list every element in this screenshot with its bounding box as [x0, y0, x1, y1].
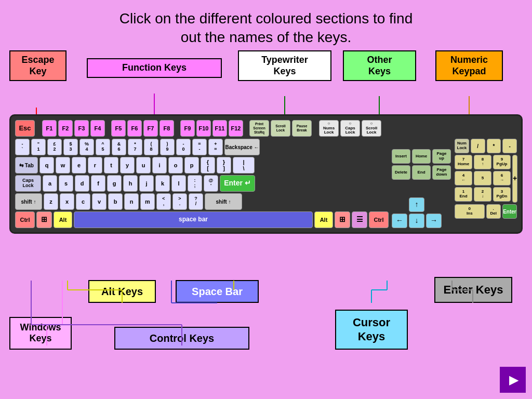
key-num-multiply[interactable]: *: [487, 139, 501, 153]
key-num-5[interactable]: 5: [474, 171, 491, 185]
key-m[interactable]: m: [140, 193, 155, 210]
key-num-2[interactable]: 2↓: [474, 187, 491, 202]
key-num-8[interactable]: 8↑: [474, 155, 491, 169]
key-num-plus[interactable]: +: [512, 155, 517, 203]
key-6[interactable]: &6: [112, 139, 126, 155]
key-period[interactable]: >.: [172, 193, 187, 210]
label-numeric[interactable]: NumericKeypad: [435, 50, 503, 81]
key-minus[interactable]: =-: [192, 139, 207, 155]
key-e[interactable]: e: [72, 157, 86, 174]
key-z[interactable]: z: [44, 193, 58, 210]
key-a[interactable]: a: [43, 175, 57, 192]
key-equals[interactable]: +=: [208, 139, 223, 155]
key-7[interactable]: *7: [128, 139, 142, 155]
key-tab[interactable]: ⇆ Tab: [15, 157, 38, 174]
label-typewriter[interactable]: TypewriterKeys: [238, 50, 331, 81]
key-f4[interactable]: F4: [90, 120, 105, 137]
key-up[interactable]: ↑: [409, 197, 424, 212]
key-ctrl-left[interactable]: Ctrl: [15, 211, 35, 228]
key-num-decimal[interactable]: .Del: [486, 204, 501, 219]
key-page-up[interactable]: Pageup: [432, 149, 451, 164]
label-function[interactable]: Function Keys: [87, 58, 222, 78]
key-f9[interactable]: F9: [180, 120, 195, 137]
key-num-lock[interactable]: NumLock: [455, 139, 469, 153]
label-cursor[interactable]: CursorKeys: [335, 310, 408, 350]
key-num-enter[interactable]: Enter: [502, 204, 517, 219]
key-r[interactable]: r: [88, 157, 102, 174]
key-rbracket[interactable]: }]: [217, 157, 231, 174]
key-j[interactable]: j: [139, 175, 154, 192]
key-num-6[interactable]: 6→: [493, 171, 511, 185]
key-f[interactable]: f: [91, 175, 105, 192]
key-f11[interactable]: F11: [212, 120, 227, 137]
key-num-7[interactable]: 7Home: [455, 155, 472, 169]
key-win-right[interactable]: ⊞: [335, 211, 350, 228]
key-quote[interactable]: @': [204, 175, 218, 192]
key-i[interactable]: i: [152, 157, 167, 174]
key-slash[interactable]: ?/: [189, 193, 203, 210]
key-num-1[interactable]: 1End: [455, 187, 472, 202]
key-u[interactable]: u: [136, 157, 151, 174]
key-backslash[interactable]: |\: [233, 157, 255, 174]
key-alt-right[interactable]: Alt: [314, 211, 333, 228]
key-n[interactable]: n: [124, 193, 139, 210]
label-alt[interactable]: Alt Keys: [88, 280, 156, 303]
key-num-3[interactable]: 3PgDn: [493, 187, 511, 202]
key-f12[interactable]: F12: [229, 120, 243, 137]
key-x[interactable]: x: [60, 193, 74, 210]
key-5[interactable]: ^5: [96, 139, 110, 155]
key-esc[interactable]: Esc: [15, 120, 35, 137]
key-num-slash[interactable]: /: [471, 139, 485, 153]
key-num-0[interactable]: 0Ins: [455, 204, 485, 219]
key-left[interactable]: ←: [392, 214, 407, 228]
key-f2[interactable]: F2: [58, 120, 73, 137]
key-win-left[interactable]: ⊞: [36, 211, 52, 228]
label-spacebar[interactable]: Space Bar: [176, 280, 259, 303]
key-9[interactable]: )9: [160, 139, 175, 155]
key-8[interactable]: (8: [144, 139, 158, 155]
label-other[interactable]: OtherKeys: [343, 50, 416, 81]
key-down[interactable]: ↓: [409, 214, 424, 228]
key-1[interactable]: "1: [31, 139, 46, 155]
key-home[interactable]: Home: [412, 149, 431, 164]
key-g[interactable]: g: [107, 175, 122, 192]
key-backtick[interactable]: -`: [15, 139, 30, 155]
key-delete[interactable]: Delete: [392, 165, 410, 180]
key-f8[interactable]: F8: [159, 120, 174, 137]
key-shift-right[interactable]: shift ↑: [205, 193, 242, 210]
key-f6[interactable]: F6: [127, 120, 142, 137]
key-caps-lock-indicator[interactable]: ○CapsLock: [340, 120, 360, 137]
key-s[interactable]: s: [59, 175, 73, 192]
label-enter[interactable]: Enter Keys: [434, 277, 512, 303]
key-right[interactable]: →: [426, 214, 442, 228]
key-scroll-lock-indicator[interactable]: ○ScrollLock: [362, 120, 381, 137]
play-button[interactable]: ▶: [500, 367, 526, 393]
key-semicolon[interactable]: :;: [188, 175, 202, 192]
key-comma[interactable]: <,: [156, 193, 171, 210]
key-print-screen[interactable]: PrintScreenStsRq: [249, 120, 269, 137]
key-3[interactable]: $3: [63, 139, 78, 155]
key-k[interactable]: k: [155, 175, 170, 192]
key-q[interactable]: q: [39, 157, 54, 174]
key-t[interactable]: t: [104, 157, 118, 174]
key-f10[interactable]: F10: [196, 120, 211, 137]
key-0[interactable]: -0: [176, 139, 191, 155]
key-alt-left[interactable]: Alt: [54, 211, 72, 228]
key-v[interactable]: v: [92, 193, 107, 210]
key-p[interactable]: p: [184, 157, 199, 174]
label-escape[interactable]: EscapeKey: [9, 50, 66, 81]
key-pause[interactable]: PauseBreak: [292, 120, 312, 137]
key-f1[interactable]: F1: [42, 120, 57, 137]
key-lbracket[interactable]: {[: [201, 157, 215, 174]
key-f3[interactable]: F3: [74, 120, 89, 137]
key-nums-lock-indicator[interactable]: ○NumsLock: [319, 120, 339, 137]
key-b[interactable]: b: [108, 193, 123, 210]
key-caps-lock[interactable]: CapsLock: [15, 175, 41, 192]
key-d[interactable]: d: [75, 175, 89, 192]
key-4[interactable]: %4: [79, 139, 94, 155]
key-l[interactable]: l: [171, 175, 186, 192]
key-y[interactable]: y: [120, 157, 135, 174]
key-enter[interactable]: Enter ↵: [220, 175, 255, 192]
key-backspace[interactable]: Backspace ←: [224, 139, 260, 155]
key-menu[interactable]: ☰: [352, 211, 367, 228]
